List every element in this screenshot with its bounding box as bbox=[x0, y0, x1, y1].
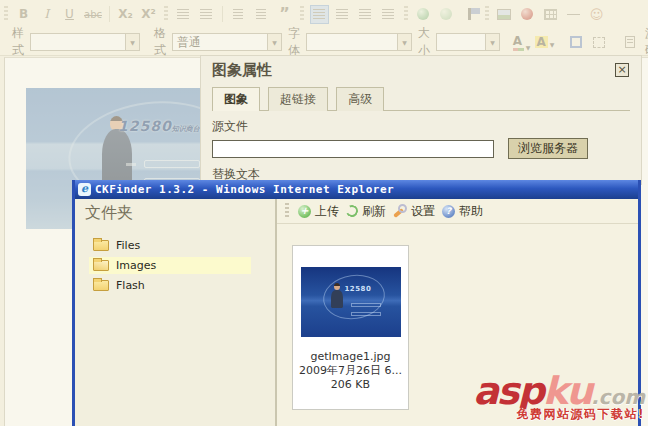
close-icon[interactable]: × bbox=[615, 63, 629, 77]
screen: B I U abc X₂ X² ” bbox=[0, 0, 648, 426]
folder-item-files[interactable]: Files bbox=[89, 237, 251, 254]
closed-folder-icon bbox=[93, 280, 109, 291]
refresh-icon bbox=[344, 203, 359, 218]
upload-button[interactable]: + 上传 bbox=[298, 203, 339, 220]
image-properties-dialog: 图象属性 × 图象 超链接 高级 源文件 浏览服务器 替换文本 bbox=[200, 55, 642, 185]
dialog-title: 图象属性 bbox=[212, 61, 272, 79]
browse-server-button[interactable]: 浏览服务器 bbox=[508, 138, 588, 159]
dialog-tabs: 图象 超链接 高级 bbox=[212, 86, 630, 111]
source-file-label: 源文件 bbox=[212, 118, 630, 135]
folder-item-label: Images bbox=[116, 259, 156, 272]
file-date: 2009年7月26日 6... bbox=[293, 364, 408, 378]
closed-folder-icon bbox=[93, 240, 109, 251]
help-question-icon: ? bbox=[442, 205, 455, 218]
tab-hyperlink[interactable]: 超链接 bbox=[268, 87, 328, 111]
aspku-watermark: aspku.com 免费网站源码下载站! bbox=[473, 377, 645, 424]
refresh-button[interactable]: 刷新 bbox=[346, 203, 386, 220]
aspku-logo: aspku.com bbox=[473, 377, 645, 406]
source-file-input[interactable] bbox=[212, 140, 494, 158]
refresh-label: 刷新 bbox=[362, 203, 386, 220]
file-size: 206 KB bbox=[293, 378, 408, 392]
folders-pane-header: 文件夹 bbox=[75, 201, 275, 234]
folders-pane: 文件夹 Files Images Flash bbox=[75, 199, 277, 426]
help-label: 帮助 bbox=[459, 203, 483, 220]
file-thumbnail: 12580 bbox=[301, 267, 401, 337]
toolbar-grip[interactable] bbox=[285, 203, 289, 219]
folder-item-label: Flash bbox=[116, 279, 145, 292]
upload-plus-icon: + bbox=[298, 205, 311, 218]
internet-explorer-icon: e bbox=[78, 183, 91, 196]
ckfinder-window-title: CKFinder 1.3.2 - Windows Internet Explor… bbox=[95, 183, 394, 196]
wrench-icon bbox=[393, 204, 407, 218]
ckfinder-titlebar[interactable]: e CKFinder 1.3.2 - Windows Internet Expl… bbox=[75, 180, 638, 199]
file-card-getimage1[interactable]: 12580 getImage1.jpg 2009年7月26日 6... 206 … bbox=[292, 245, 409, 410]
folder-item-label: Files bbox=[116, 239, 140, 252]
folder-item-images[interactable]: Images bbox=[89, 257, 251, 274]
file-name: getImage1.jpg bbox=[293, 350, 408, 364]
folder-item-flash[interactable]: Flash bbox=[89, 277, 251, 294]
tab-advanced[interactable]: 高级 bbox=[336, 87, 384, 111]
tab-image[interactable]: 图象 bbox=[212, 87, 260, 111]
upload-label: 上传 bbox=[315, 203, 339, 220]
help-button[interactable]: ? 帮助 bbox=[442, 203, 483, 220]
settings-label: 设置 bbox=[411, 203, 435, 220]
ckfinder-toolbar: + 上传 刷新 设置 ? 帮助 bbox=[277, 199, 638, 224]
settings-button[interactable]: 设置 bbox=[393, 203, 435, 220]
open-folder-icon bbox=[93, 260, 109, 271]
